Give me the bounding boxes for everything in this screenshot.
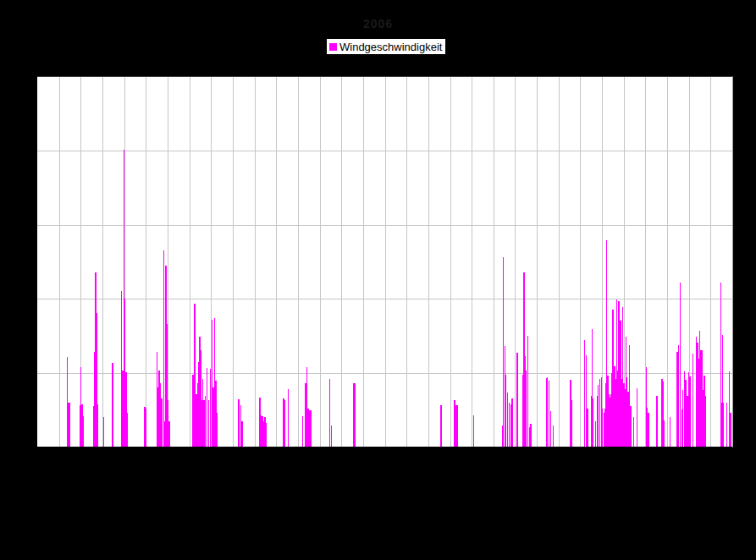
- wind-speed-bar: [217, 413, 218, 447]
- gridline-vertical: [320, 77, 321, 447]
- wind-speed-bar: [571, 400, 573, 447]
- gridline-vertical: [559, 77, 560, 447]
- wind-speed-bar: [112, 363, 113, 447]
- wind-speed-bar: [161, 398, 163, 447]
- wind-speed-bar: [169, 421, 171, 447]
- wind-speed-bar: [238, 399, 240, 447]
- gridline-vertical: [168, 77, 168, 447]
- wind-speed-bar: [587, 409, 588, 447]
- wind-speed-bar: [689, 376, 691, 447]
- gridline-vertical: [255, 77, 256, 447]
- wind-speed-bar: [656, 396, 658, 447]
- legend-swatch-icon: [329, 43, 337, 51]
- wind-speed-bar: [693, 354, 694, 447]
- gridline-vertical: [406, 77, 407, 447]
- gridline-horizontal: [37, 151, 732, 151]
- wind-speed-bar: [670, 417, 671, 447]
- wind-speed-bar: [726, 403, 728, 447]
- wind-speed-bar: [266, 423, 268, 447]
- gridline-vertical: [602, 77, 603, 447]
- wind-speed-bar: [284, 400, 286, 447]
- gridline-vertical: [59, 77, 60, 447]
- gridline-vertical: [233, 77, 234, 447]
- gridline-vertical: [298, 77, 299, 447]
- wind-speed-bar: [705, 408, 707, 447]
- wind-speed-bar: [509, 403, 510, 447]
- wind-speed-bar: [530, 424, 532, 447]
- wind-speed-bar: [550, 411, 552, 447]
- gridline-vertical: [450, 77, 451, 447]
- wind-speed-bar: [664, 420, 665, 447]
- gridline-vertical: [102, 77, 103, 447]
- wind-speed-bar: [241, 421, 243, 447]
- gridline-vertical: [385, 77, 386, 447]
- wind-speed-bar: [127, 413, 129, 447]
- wind-speed-bar: [637, 388, 638, 447]
- wind-speed-bar: [440, 405, 442, 447]
- wind-speed-bar: [648, 413, 649, 447]
- gridline-vertical: [537, 77, 538, 447]
- wind-speed-bar: [593, 398, 594, 447]
- wind-speed-bar: [516, 353, 518, 447]
- gridline-horizontal: [37, 373, 732, 374]
- gridline-horizontal: [37, 225, 732, 226]
- wind-speed-bar: [302, 416, 304, 447]
- wind-speed-bar: [288, 389, 290, 447]
- wind-speed-bar: [309, 410, 312, 447]
- wind-speed-bar: [630, 406, 632, 447]
- wind-speed-bar: [97, 404, 99, 447]
- legend: Windgeschwindigkeit: [326, 38, 446, 55]
- chart-window: { "window": { "width": 893, "height": 66…: [0, 0, 756, 560]
- gridline-vertical: [667, 77, 668, 447]
- gridline-vertical: [276, 77, 277, 447]
- wind-speed-bar: [473, 415, 475, 447]
- gridline-vertical: [710, 77, 711, 447]
- wind-speed-bar: [331, 425, 333, 447]
- wind-speed-bar: [353, 383, 356, 447]
- wind-speed-bar: [525, 371, 527, 447]
- wind-speed-bar: [455, 405, 458, 447]
- gridline-vertical: [472, 77, 472, 447]
- chart-title: 2006: [0, 17, 756, 30]
- legend-label: Windgeschwindigkeit: [339, 41, 442, 52]
- gridline-horizontal: [37, 299, 732, 299]
- gridline-vertical: [363, 77, 364, 447]
- gridline-vertical: [580, 77, 581, 447]
- wind-speed-bar: [103, 417, 105, 447]
- wind-speed-bar: [633, 417, 635, 447]
- wind-speed-bar: [722, 335, 724, 447]
- gridline-vertical: [341, 77, 342, 447]
- gridline-vertical: [190, 77, 190, 447]
- gridline-vertical: [146, 77, 146, 447]
- gridline-vertical: [494, 77, 494, 447]
- wind-speed-bar: [553, 425, 555, 447]
- wind-speed-bar: [69, 409, 71, 447]
- plot-area: [37, 76, 733, 448]
- wind-speed-bar: [146, 409, 147, 447]
- wind-speed-bar: [730, 413, 731, 447]
- wind-speed-bar: [511, 398, 513, 447]
- wind-speed-bar: [83, 416, 85, 447]
- gridline-vertical: [428, 77, 429, 447]
- wind-speed-bar: [163, 250, 165, 447]
